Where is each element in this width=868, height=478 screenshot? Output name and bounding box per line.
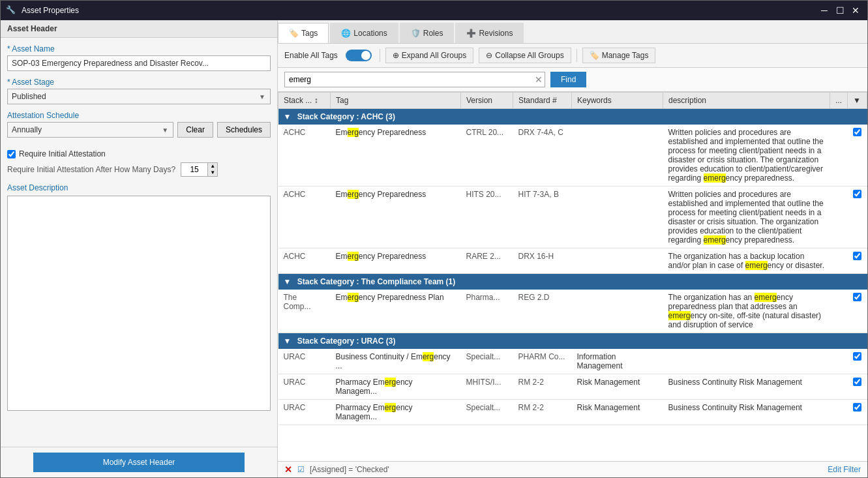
edit-filter-button[interactable]: Edit Filter	[828, 465, 861, 474]
cell-description: Business Continuity Risk Management	[663, 374, 830, 400]
manage-tags-button[interactable]: 🏷️ Manage Tags	[582, 48, 656, 63]
col-header-cb: ▼	[848, 93, 867, 109]
roles-tab-icon: 🛡️	[411, 29, 421, 38]
row-checkbox[interactable]	[853, 293, 861, 301]
days-up-button[interactable]: ▲	[208, 163, 217, 170]
cell-dots	[830, 400, 847, 425]
days-down-button[interactable]: ▼	[208, 170, 217, 176]
group-name: Stack Category : ACHC (3)	[297, 112, 395, 121]
cell-keywords	[572, 187, 663, 248]
right-panel: 🏷️ Tags 🌐 Locations 🛡️ Roles ➕ Revisions	[278, 20, 867, 477]
modify-asset-header-button[interactable]: Modify Asset Header	[33, 453, 244, 472]
attestation-row: Annually Clear Schedules	[7, 122, 271, 138]
cell-version: RARE 2...	[461, 248, 513, 274]
group-expand-icon[interactable]: ▼	[284, 112, 292, 121]
tags-table: Stack ... ↕ Tag Version Standard # Keywo…	[278, 92, 867, 425]
cell-stack: ACHC	[278, 187, 331, 248]
cell-checkbox[interactable]	[848, 374, 867, 400]
row-checkbox[interactable]	[853, 252, 861, 260]
cell-description: Business Continuity Risk Management	[663, 400, 830, 425]
group-expand-icon[interactable]: ▼	[284, 277, 292, 286]
table-row: The Comp... Emergency Preparedness Plan …	[278, 290, 867, 333]
cell-dots	[830, 349, 847, 374]
search-input[interactable]	[284, 72, 545, 87]
asset-desc-label: Asset Description	[7, 183, 271, 192]
clear-button[interactable]: Clear	[177, 122, 213, 138]
cell-checkbox[interactable]	[848, 187, 867, 248]
minimize-button[interactable]: ─	[818, 4, 831, 17]
group-header-cell: ▼ Stack Category : ACHC (3)	[278, 109, 867, 125]
cell-checkbox[interactable]	[848, 125, 867, 187]
tab-locations[interactable]: 🌐 Locations	[330, 23, 398, 43]
col-header-standard: Standard #	[513, 93, 572, 109]
asset-description-textarea[interactable]	[7, 196, 271, 411]
cell-stack: URAC	[278, 349, 331, 374]
left-panel: Asset Header * Asset Name * Asset Stage …	[1, 20, 278, 477]
cell-standard: RM 2-2	[513, 400, 572, 425]
cell-checkbox[interactable]	[848, 290, 867, 333]
row-checkbox[interactable]	[853, 403, 861, 411]
group-name: Stack Category : The Compliance Team (1)	[297, 277, 456, 286]
group-expand-icon[interactable]: ▼	[284, 336, 292, 346]
tags-toolbar: Enable All Tags ⊕ Expand All Groups ⊖ Co…	[278, 44, 867, 68]
toggle-knob	[361, 51, 370, 60]
title-bar: 🔧 Asset Properties ─ ☐ ✕	[1, 1, 867, 20]
roles-tab-label: Roles	[423, 29, 443, 38]
col-header-description: description	[663, 93, 830, 109]
row-checkbox[interactable]	[853, 190, 861, 198]
locations-tab-icon: 🌐	[341, 29, 351, 38]
table-row: URAC Business Continuity / Emergency ...…	[278, 349, 867, 374]
tab-tags[interactable]: 🏷️ Tags	[278, 23, 329, 43]
group-header-cell: ▼ Stack Category : URAC (3)	[278, 333, 867, 350]
cell-stack: ACHC	[278, 248, 331, 274]
cell-keywords	[572, 248, 663, 274]
cell-checkbox[interactable]	[848, 248, 867, 274]
cell-version: MHITS/I...	[461, 374, 513, 400]
cell-description: The organization has a backup location a…	[663, 248, 830, 274]
cell-stack: The Comp...	[278, 290, 331, 333]
asset-name-input[interactable]	[7, 55, 271, 71]
cell-dots	[830, 125, 847, 187]
cell-standard: RM 2-2	[513, 374, 572, 400]
cell-keywords: Risk Management	[572, 374, 663, 400]
tab-roles[interactable]: 🛡️ Roles	[400, 23, 455, 43]
cell-description: Written policies and procedures are esta…	[663, 125, 830, 187]
find-button[interactable]: Find	[550, 72, 586, 87]
filter-icon[interactable]: ▼	[853, 96, 861, 105]
maximize-button[interactable]: ☐	[833, 4, 846, 17]
table-row: ACHC Emergency Preparedness CTRL 20... D…	[278, 125, 867, 187]
cell-description	[663, 349, 830, 374]
col-header-tag: Tag	[331, 93, 461, 109]
row-checkbox[interactable]	[853, 378, 861, 386]
days-input-wrapper: ▲ ▼	[181, 162, 218, 177]
search-clear-button[interactable]: ✕	[535, 74, 543, 85]
row-checkbox[interactable]	[853, 128, 861, 136]
enable-all-tags-toggle[interactable]	[346, 50, 372, 61]
require-attestation-checkbox[interactable]	[7, 150, 16, 158]
attestation-select[interactable]: Annually	[7, 122, 173, 138]
cell-tag: Emergency Preparedness	[331, 248, 461, 274]
collapse-icon: ⊖	[486, 51, 492, 60]
row-checkbox[interactable]	[853, 352, 861, 361]
days-input[interactable]	[181, 164, 207, 175]
tab-revisions[interactable]: ➕ Revisions	[455, 23, 524, 43]
asset-stage-select[interactable]: Published	[7, 89, 271, 104]
days-spinner: ▲ ▼	[207, 163, 217, 176]
filter-text: [Assigned] = 'Checked'	[310, 465, 389, 474]
search-input-wrapper: ✕	[284, 72, 545, 87]
enable-all-tags-label: Enable All Tags	[284, 51, 338, 60]
cell-checkbox[interactable]	[848, 400, 867, 425]
left-panel-content: * Asset Name * Asset Stage Published Att…	[1, 38, 277, 447]
filter-remove-button[interactable]: ✕	[284, 464, 292, 475]
cell-checkbox[interactable]	[848, 349, 867, 374]
asset-stage-label: * Asset Stage	[7, 78, 271, 87]
close-button[interactable]: ✕	[849, 4, 862, 17]
revisions-tab-icon: ➕	[466, 29, 476, 38]
expand-all-groups-button[interactable]: ⊕ Expand All Groups	[385, 48, 473, 63]
filter-bar: ✕ ☑ [Assigned] = 'Checked' Edit Filter	[278, 461, 867, 477]
collapse-all-groups-button[interactable]: ⊖ Collapse All Groups	[479, 48, 571, 63]
cell-version: HITS 20...	[461, 187, 513, 248]
schedules-button[interactable]: Schedules	[217, 122, 271, 138]
cell-tag: Emergency Preparedness	[331, 187, 461, 248]
cell-dots	[830, 187, 847, 248]
